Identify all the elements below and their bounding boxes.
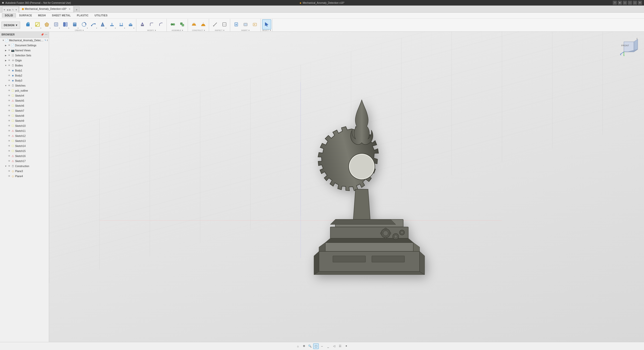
browser-item-sketch5[interactable]: 👁 ⚠ Sketch5 [0,98,49,103]
sketches-eye[interactable]: 👁 [8,84,11,87]
new-component-btn[interactable]: ▼ [24,19,33,29]
sketch13-eye[interactable]: 👁 [8,139,11,142]
offset-plane-btn[interactable] [189,19,198,29]
rib-btn[interactable]: ▼ [107,19,116,29]
zoom-btn[interactable]: 🔍 [307,343,313,349]
loft-btn[interactable]: ▼ [98,19,107,29]
sketch4-eye[interactable]: 👁 [8,94,11,97]
body2-eye[interactable]: 👁 [8,74,11,77]
browser-item-sketch15[interactable]: 👁 ☐ Sketch15 [0,148,49,153]
bodies-arrow[interactable]: ▼ [5,64,7,67]
browser-item-sketch16[interactable]: 👁 ⚠ Sketch16 [0,153,49,159]
browser-item-sketch11[interactable]: 👁 ⚠ Sketch11 [0,128,49,133]
insert-derive-btn[interactable] [232,19,241,29]
browser-item-bodies[interactable]: ▼ 👁 🗒 Bodies [0,63,49,68]
menu-tab-solid[interactable]: SOLID [2,13,16,18]
sketch8-eye[interactable]: 👁 [8,114,11,117]
sweep-btn[interactable]: ▼ [89,19,98,29]
create-sketch-btn[interactable]: ▼ [33,19,42,29]
minimize-button[interactable]: − [628,1,632,5]
browser-item-sketch13[interactable]: 👁 ☐ Sketch13 [0,138,49,143]
orientation-cube[interactable]: FRONT X Y Z [619,37,639,57]
fillet-btn[interactable] [147,19,156,29]
selection-sets-arrow[interactable]: ▶ [5,54,7,57]
browser-item-sketch4[interactable]: 👁 ☐ Sketch4 [0,93,49,98]
browser-item-sketch7[interactable]: 👁 ☐ Sketch7 [0,108,49,113]
zoom-fit-btn[interactable]: ↔ [319,343,325,349]
named-views-arrow[interactable]: ▶ [5,49,7,52]
maximize-button[interactable]: □ [633,1,637,5]
browser-item-sketch10[interactable]: 👁 ☐ Sketch10 [0,123,49,128]
help-button[interactable]: ? [613,1,617,5]
select-btn[interactable] [262,19,271,29]
origin-eye[interactable]: 👁 [8,59,11,62]
browser-root-item[interactable]: ▼ 📄 Mechanical_Anomaly_Detectio... ✎ ℹ [0,38,49,43]
browser-item-construction[interactable]: ▼ 👁 🗒 Construction [0,164,49,169]
sketch11-eye[interactable]: 👁 [8,129,11,132]
browser-item-body2[interactable]: 👁 ■ Body2 [0,73,49,78]
construction-arrow[interactable]: ▼ [5,165,7,167]
sketch5-eye[interactable]: 👁 [8,99,11,102]
root-expand-arrow[interactable]: ▼ [2,39,5,42]
sketches-arrow[interactable]: ▼ [5,84,7,87]
browser-item-plane4[interactable]: 👁 ◇ Plane4 [0,174,49,179]
decal-btn[interactable]: A [250,19,259,29]
sketch10-eye[interactable]: 👁 [8,124,11,127]
derive-btn[interactable]: ↗ ▼ [52,19,61,29]
chamfer-btn[interactable] [156,19,166,29]
grid-toggle-btn[interactable]: ☷ [337,343,343,349]
browser-item-doc-settings[interactable]: ▶ 👁 📄 Document Settings [0,43,49,48]
explode-btn[interactable]: ✦ [343,343,349,349]
root-options[interactable]: ✎ [45,39,47,42]
construction-eye[interactable]: 👁 [8,165,11,168]
web-btn[interactable]: ▼ [117,19,126,29]
doc-settings-arrow[interactable]: ▶ [5,44,7,47]
doc-settings-eye[interactable]: 👁 [8,44,11,47]
viewport[interactable]: FRONT X Y Z [49,32,644,342]
ground-plane-btn[interactable]: ◁ [331,343,337,349]
canvas-btn[interactable] [241,19,250,29]
revolve-btn[interactable]: ▼ [79,19,89,29]
pan-btn[interactable]: ✥ [301,343,307,349]
browser-item-sketch9[interactable]: 👁 ☐ Sketch9 [0,118,49,123]
mirror-btn[interactable]: ▼ [61,19,70,29]
browser-item-pcb[interactable]: 👁 ☐ pcb_outline [0,88,49,93]
press-pull-btn[interactable] [138,19,147,29]
menu-tab-utilities[interactable]: UTILITIES [92,13,110,18]
sketch15-eye[interactable]: 👁 [8,149,11,152]
browser-item-plane3[interactable]: 👁 ◇ Plane3 [0,169,49,174]
browser-item-origin[interactable]: ▶ 👁 ✛ Origin [0,58,49,63]
sketch14-eye[interactable]: 👁 [8,144,11,147]
browser-item-sketch6[interactable]: 👁 ☐ Sketch6 [0,103,49,108]
midplane-btn[interactable] [199,19,208,29]
named-views-eye[interactable]: 👁 [8,49,11,52]
browser-item-selection-sets[interactable]: ▶ 👁 ☷ Selection Sets [0,53,49,58]
browser-item-sketch14[interactable]: 👁 ☐ Sketch14 [0,143,49,148]
browser-pin-btn[interactable]: 📌 [41,33,44,36]
browser-item-sketch8[interactable]: 👁 ☐ Sketch8 [0,113,49,118]
plane3-eye[interactable]: 👁 [8,170,11,173]
sketch9-eye[interactable]: 👁 [8,119,11,122]
browser-item-sketch12[interactable]: 👁 ⚠ Sketch12 [0,133,49,138]
joint-btn[interactable] [168,19,177,29]
browser-item-body1[interactable]: 👁 ■ Body1 [0,68,49,73]
browser-item-sketch17[interactable]: 👁 ⚠ Sketch17 [0,159,49,164]
extrude-btn[interactable]: ▼ [70,19,79,29]
bodies-eye[interactable]: 👁 [8,64,11,67]
browser-item-named-views[interactable]: ▶ 👁 📷 Named Views [0,48,49,53]
close-button[interactable]: ✕ [638,1,642,5]
tab-close[interactable]: ✕ [69,8,71,10]
sketch16-eye[interactable]: 👁 [8,154,11,158]
measure-btn[interactable] [211,19,220,29]
display-mode-btn[interactable]: ▢ [313,343,319,349]
menu-tab-sheet-metal[interactable]: SHEET METAL [49,13,73,18]
menu-tab-plastic[interactable]: PLASTIC [74,13,91,18]
section-analysis-btn[interactable] [220,19,229,29]
new-tab-button[interactable]: + [74,7,79,13]
file-tab[interactable]: Mechanical_Anomaly_Detection v16* ✕ [19,6,73,12]
root-info[interactable]: ℹ [47,39,48,42]
body1-eye[interactable]: 👁 [8,69,11,72]
menu-tab-surface[interactable]: SURFACE [16,13,35,18]
assemble-new-btn[interactable] [178,19,187,29]
section-view-btn[interactable]: ⎯ [325,343,331,349]
